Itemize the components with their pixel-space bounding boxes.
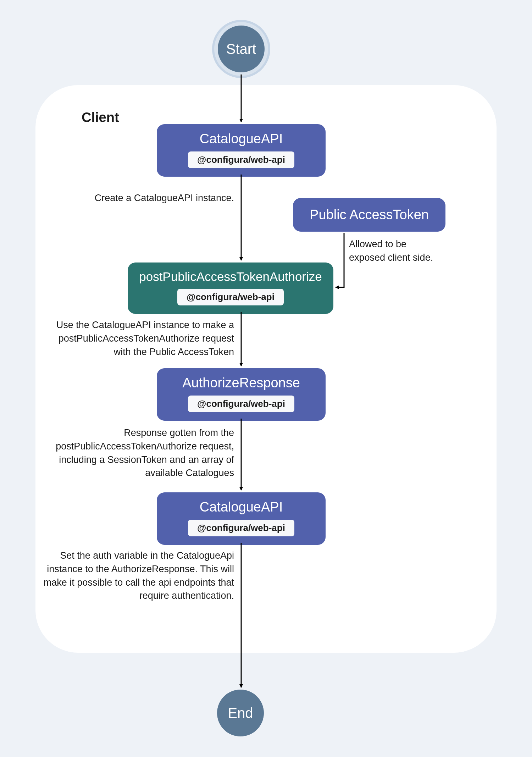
box-tag: @configura/web-api: [188, 520, 294, 536]
caption-set-auth: Set the auth variable in the CatalogueAp…: [28, 549, 234, 603]
catalogue-api-box-1: CatalogueAPI @configura/web-api: [157, 124, 326, 177]
box-title: CatalogueAPI: [166, 131, 316, 147]
end-node: End: [217, 690, 264, 736]
box-title: AuthorizeResponse: [166, 375, 316, 391]
start-label: Start: [226, 41, 256, 57]
authorize-response-box: AuthorizeResponse @configura/web-api: [157, 368, 326, 421]
caption-create-instance: Create a CatalogueAPI instance.: [74, 192, 234, 205]
caption-response-gotten: Response gotten from thepostPublicAccess…: [35, 426, 234, 480]
caption-use-instance: Use the CatalogueAPI instance to make ap…: [43, 319, 234, 359]
post-auth-box: postPublicAccessTokenAuthorize @configur…: [128, 263, 333, 314]
client-label: Client: [82, 110, 119, 125]
caption-exposed-client: Allowed to beexposed client side.: [349, 238, 455, 265]
box-title: CatalogueAPI: [166, 499, 316, 515]
catalogue-api-box-2: CatalogueAPI @configura/web-api: [157, 492, 326, 545]
start-node: Start: [218, 26, 265, 72]
box-title: postPublicAccessTokenAuthorize: [137, 270, 324, 284]
box-tag: @configura/web-api: [188, 151, 294, 168]
box-tag: @configura/web-api: [177, 289, 284, 305]
box-tag: @configura/web-api: [188, 396, 294, 412]
public-access-token-box: Public AccessToken: [293, 198, 445, 232]
end-label: End: [228, 705, 253, 721]
box-title: Public AccessToken: [302, 207, 436, 222]
